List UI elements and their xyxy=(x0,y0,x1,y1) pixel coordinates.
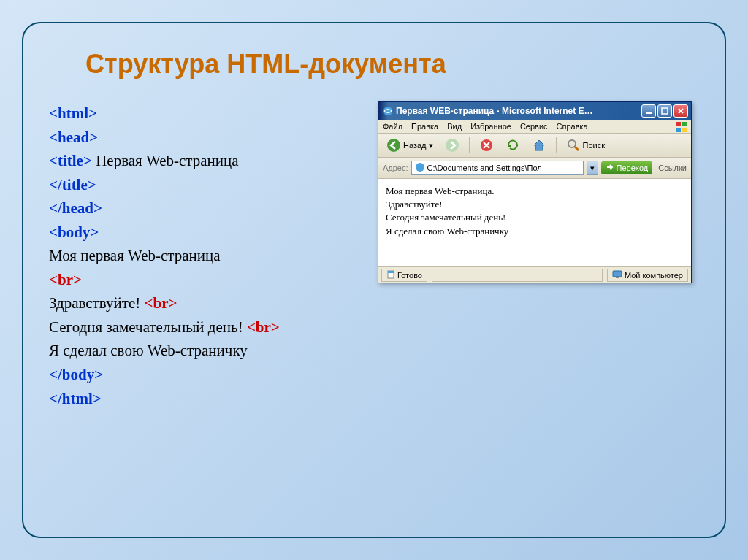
ie-page-content: Моя первая Web-страница. Здравствуйте! С… xyxy=(378,179,691,266)
page-line1: Моя первая Web-страница. xyxy=(386,185,684,198)
toolbar-separator xyxy=(469,137,470,153)
refresh-button[interactable] xyxy=(502,137,524,154)
svg-point-0 xyxy=(383,107,392,115)
back-label: Назад xyxy=(403,141,427,150)
slide-title: Структура HTML-документа xyxy=(85,49,699,80)
menu-edit[interactable]: Правка xyxy=(411,122,438,131)
chevron-down-icon: ▾ xyxy=(429,141,433,150)
stop-button[interactable] xyxy=(476,137,497,154)
svg-rect-5 xyxy=(676,128,681,132)
refresh-icon xyxy=(505,138,520,153)
window-buttons xyxy=(641,104,688,118)
go-label: Переход xyxy=(617,164,649,172)
tag-br1: <br> xyxy=(49,271,82,288)
tag-head-open: <head> xyxy=(49,129,98,146)
svg-point-10 xyxy=(568,140,576,147)
toolbar-separator xyxy=(556,137,557,153)
svg-line-11 xyxy=(575,147,579,150)
status-ready-text: Готово xyxy=(397,271,422,280)
forward-button[interactable] xyxy=(441,137,463,154)
close-button[interactable] xyxy=(673,104,688,118)
search-label: Поиск xyxy=(583,141,605,150)
tag-br3: <br> xyxy=(247,318,280,336)
svg-rect-15 xyxy=(613,271,622,277)
windows-logo-icon xyxy=(675,121,688,133)
home-icon xyxy=(532,138,546,153)
svg-rect-14 xyxy=(388,271,394,273)
tag-head-close: </head> xyxy=(49,199,102,217)
tag-body-open: <body> xyxy=(49,223,99,241)
back-button[interactable]: Назад ▾ xyxy=(383,137,437,154)
ie-toolbar: Назад ▾ xyxy=(378,134,691,158)
maximize-button[interactable] xyxy=(657,104,672,118)
title-content: Первая Web-страница xyxy=(92,152,239,169)
status-spacer xyxy=(432,269,603,282)
minimize-button[interactable] xyxy=(641,104,656,118)
window-title: Первая WEB-страница - Microsoft Internet… xyxy=(396,106,638,116)
forward-icon xyxy=(445,138,459,153)
svg-point-8 xyxy=(446,139,459,152)
tag-br2: <br> xyxy=(144,294,177,312)
page-line3: Сегодня замечательный день! xyxy=(386,211,684,224)
arrow-right-icon xyxy=(606,163,614,173)
ie-logo-icon xyxy=(383,106,393,116)
computer-icon xyxy=(612,270,622,280)
tag-html-open: <html> xyxy=(49,104,97,122)
document-icon xyxy=(386,270,395,280)
status-zone: Мой компьютер xyxy=(607,269,688,282)
body-line4: Я сделал свою Web-страничку xyxy=(49,342,248,359)
body-line3: Сегодня замечательный день! xyxy=(49,318,247,336)
ie-menubar: Файл Правка Вид Избранное Сервис Справка xyxy=(378,120,691,134)
page-line4: Я сделал свою Web-страничку xyxy=(386,225,684,238)
page-icon xyxy=(415,162,425,174)
body-line2: Здравствуйте! xyxy=(49,294,144,312)
tag-html-close: </html> xyxy=(49,390,102,407)
home-button[interactable] xyxy=(528,137,550,154)
svg-rect-2 xyxy=(662,108,668,114)
ie-statusbar: Готово Мой компьютер xyxy=(378,266,691,283)
slide-frame: Структура HTML-документа <html> <head> <… xyxy=(22,22,726,538)
menu-help[interactable]: Справка xyxy=(557,122,588,131)
page-line2: Здравствуйте! xyxy=(386,198,684,211)
ie-addressbar: Адрес: C:\Documents and Settings\Пол ▾ П… xyxy=(378,158,691,179)
stop-icon xyxy=(479,138,494,153)
tag-title-close: </title> xyxy=(49,176,96,193)
body-line1: Моя первая Web-страница xyxy=(49,247,221,264)
status-zone-text: Мой компьютер xyxy=(625,271,683,280)
menu-tools[interactable]: Сервис xyxy=(520,122,548,131)
menu-favorites[interactable]: Избранное xyxy=(470,122,511,131)
address-dropdown[interactable]: ▾ xyxy=(587,161,598,175)
ie-window: Первая WEB-страница - Microsoft Internet… xyxy=(378,101,692,283)
svg-rect-4 xyxy=(682,122,687,126)
ie-titlebar[interactable]: Первая WEB-страница - Microsoft Internet… xyxy=(378,102,691,120)
address-value: C:\Documents and Settings\Пол xyxy=(427,164,542,172)
svg-point-12 xyxy=(416,163,424,172)
svg-rect-1 xyxy=(646,112,652,114)
address-label: Адрес: xyxy=(383,164,408,172)
chevron-down-icon: ▾ xyxy=(590,164,595,173)
links-label[interactable]: Ссылки xyxy=(658,164,687,172)
search-icon xyxy=(566,138,581,153)
back-icon xyxy=(386,138,401,153)
svg-rect-16 xyxy=(616,277,619,278)
menu-file[interactable]: Файл xyxy=(383,122,402,131)
svg-rect-3 xyxy=(676,122,681,126)
html-code-block: <html> <head> <title> Первая Web-страниц… xyxy=(49,101,363,410)
address-input[interactable]: C:\Documents and Settings\Пол xyxy=(411,161,584,175)
menu-view[interactable]: Вид xyxy=(447,122,462,131)
tag-title-open: <title> xyxy=(49,152,92,169)
svg-rect-6 xyxy=(682,128,687,132)
tag-body-close: </body> xyxy=(49,366,103,383)
svg-point-7 xyxy=(387,139,400,152)
search-button[interactable]: Поиск xyxy=(562,137,608,154)
content-row: <html> <head> <title> Первая Web-страниц… xyxy=(49,101,699,410)
go-button[interactable]: Переход xyxy=(601,161,653,174)
status-ready: Готово xyxy=(381,269,427,282)
